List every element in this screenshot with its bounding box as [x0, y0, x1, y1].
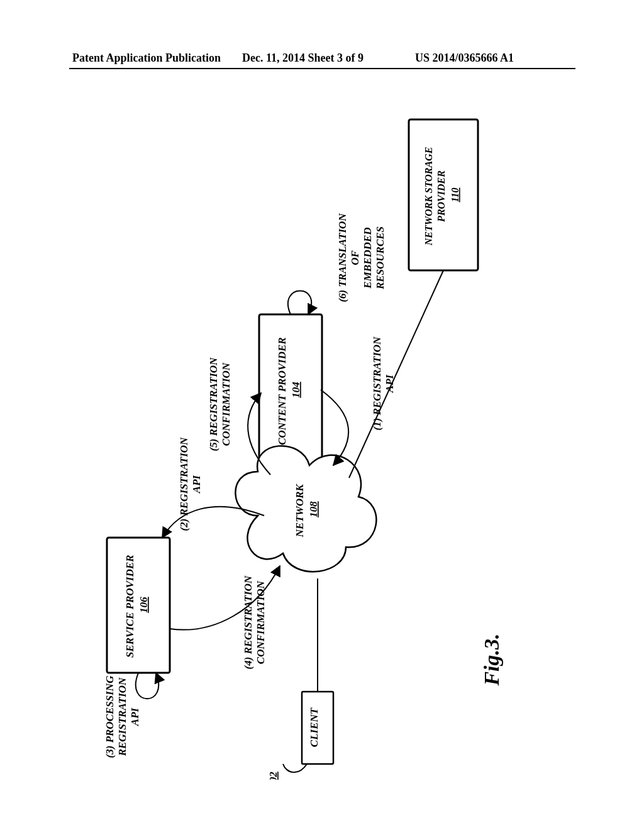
callout-2: (2) REGISTRATION API	[178, 431, 203, 538]
callout-1: (1) REGISTRATION API	[371, 333, 396, 434]
service-provider-box: SERVICE PROVIDER 106	[107, 538, 170, 673]
figure-caption: Fig.3.	[480, 633, 504, 685]
header-left: Patent Application Publication	[72, 52, 221, 65]
callout-4: (4) REGISTRATION CONFIRMATION	[242, 560, 267, 685]
callout-6: (6) TRANSLATION OF EMBEDDED RESOURCES	[336, 204, 387, 311]
header-right: US 2014/0365666 A1	[415, 52, 514, 65]
page: Patent Application Publication Dec. 11, …	[0, 0, 644, 830]
diagram: CONTENT PROVIDER 104 SERVICE PROVIDER 10…	[69, 88, 575, 780]
content-provider-loop	[288, 291, 311, 315]
header-rule	[69, 68, 575, 69]
svg-text:CLIENT: CLIENT	[308, 707, 320, 747]
arc-1-registration-api	[321, 390, 348, 465]
client-box: CLIENT	[302, 692, 333, 764]
content-provider-box: CONTENT PROVIDER 104	[259, 314, 322, 465]
callout-5: (5) REGISTRATION CONFIRMATION	[208, 345, 233, 464]
callout-3: (3) PROCESSING REGISTRATION API	[104, 660, 142, 773]
network-storage-box: NETWORK STORAGE PROVIDER 110	[409, 119, 478, 270]
client-ref-leader: 102	[267, 764, 307, 780]
svg-text:102: 102	[267, 772, 279, 780]
header-middle: Dec. 11, 2014 Sheet 3 of 9	[242, 52, 364, 65]
